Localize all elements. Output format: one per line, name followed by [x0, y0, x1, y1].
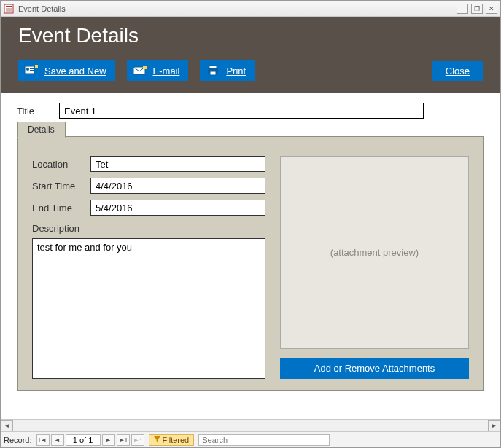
toolbar: Save and New E-mail Print: [18, 60, 483, 81]
location-label: Location: [32, 159, 90, 170]
nav-next-button[interactable]: ►: [102, 434, 115, 446]
svg-rect-6: [30, 68, 34, 69]
start-time-input[interactable]: [90, 178, 265, 194]
record-label: Record:: [4, 436, 32, 444]
scroll-left-icon[interactable]: ◄: [1, 420, 13, 431]
title-input[interactable]: [59, 103, 424, 119]
filter-label: Filtered: [163, 436, 190, 444]
description-label: Description: [32, 223, 265, 234]
window-title: Event Details: [18, 4, 66, 13]
svg-rect-13: [210, 71, 216, 75]
filter-indicator[interactable]: Filtered: [149, 434, 195, 446]
end-time-label: End Time: [32, 203, 90, 213]
title-label: Title: [17, 106, 46, 117]
tab-strip: Details: [17, 121, 66, 137]
print-button[interactable]: Print: [200, 60, 255, 81]
form-body: Title Details Location Start Time End Ti…: [1, 93, 500, 419]
svg-rect-8: [35, 65, 38, 68]
email-label: E-mail: [153, 66, 180, 76]
page-title: Event Details: [18, 24, 483, 47]
svg-rect-10: [143, 66, 147, 69]
app-icon: [4, 4, 14, 14]
envelope-icon: [133, 65, 147, 76]
add-remove-attachments-button[interactable]: Add or Remove Attachments: [280, 358, 469, 379]
window-titlebar: Event Details – ❐ ✕: [1, 1, 500, 17]
print-label: Print: [226, 66, 246, 76]
svg-point-5: [26, 68, 29, 71]
attachment-preview-placeholder: (attachment preview): [330, 247, 419, 258]
description-textarea[interactable]: [32, 238, 265, 379]
svg-rect-1: [6, 6, 12, 7]
title-row: Title: [17, 103, 484, 119]
end-time-input[interactable]: [90, 200, 265, 216]
email-button[interactable]: E-mail: [127, 60, 189, 81]
svg-marker-14: [154, 436, 160, 443]
save-and-new-button[interactable]: Save and New: [18, 60, 115, 81]
printer-icon: [206, 65, 220, 76]
record-search-input[interactable]: [198, 434, 330, 446]
nav-first-button[interactable]: I◄: [36, 434, 50, 446]
start-time-label: Start Time: [32, 181, 90, 192]
close-button[interactable]: Close: [432, 61, 483, 81]
record-navigator: Record: I◄ ◄ ► ►I ►* Filtered: [1, 431, 500, 447]
svg-rect-7: [30, 70, 34, 71]
save-contact-icon: [24, 65, 39, 76]
window-restore-button[interactable]: ❐: [471, 4, 483, 14]
window-minimize-button[interactable]: –: [457, 4, 468, 14]
tab-details[interactable]: Details: [17, 122, 66, 138]
record-position-input[interactable]: [66, 434, 101, 446]
scroll-right-icon[interactable]: ►: [488, 420, 500, 431]
attachment-preview: (attachment preview): [280, 156, 469, 349]
location-input[interactable]: [90, 156, 265, 172]
details-tab-panel: Details Location Start Time End Time Des…: [17, 136, 484, 391]
svg-rect-2: [6, 8, 12, 12]
svg-rect-11: [209, 66, 217, 68]
nav-prev-button[interactable]: ◄: [51, 434, 64, 446]
save-and-new-label: Save and New: [44, 66, 106, 76]
funnel-icon: [154, 436, 160, 444]
horizontal-scrollbar[interactable]: ◄ ►: [1, 419, 500, 431]
form-header: Event Details Save and New: [1, 17, 500, 93]
nav-new-button[interactable]: ►*: [131, 434, 144, 446]
nav-last-button[interactable]: ►I: [117, 434, 130, 446]
window-close-button[interactable]: ✕: [486, 4, 497, 14]
